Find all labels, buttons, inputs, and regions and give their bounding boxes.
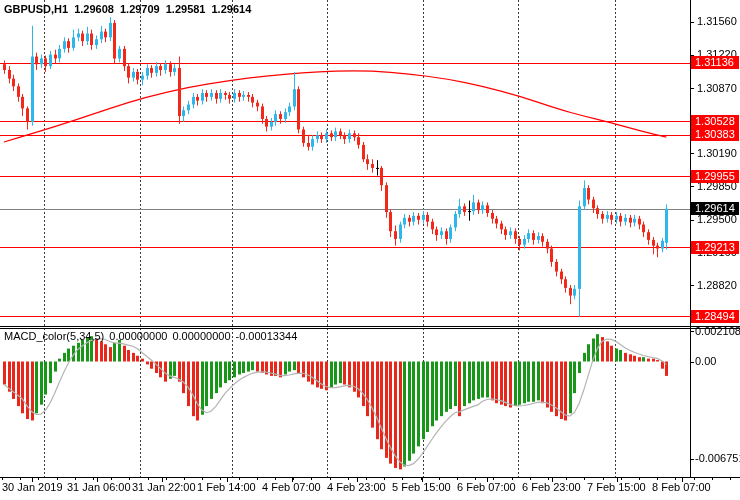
time-axis-label: 7 Feb 15:00: [587, 481, 646, 493]
indicator-title: MACD_color(5,34,5)0.000000000.00000000-0…: [4, 330, 302, 342]
time-axis-label: 8 Feb 07:00: [652, 481, 711, 493]
open-value: 1.29608: [74, 3, 114, 15]
price-level-badge[interactable]: 1.30383: [691, 128, 739, 141]
indicator-name-label: MACD_color(5,34,5): [4, 330, 104, 342]
chart-canvas[interactable]: [0, 0, 740, 500]
price-axis-tick: 1.31560: [697, 15, 737, 28]
low-value: 1.29581: [166, 3, 206, 15]
time-axis-label: 4 Feb 07:00: [262, 481, 321, 493]
time-axis-label: 6 Feb 23:00: [522, 481, 581, 493]
time-axis-label: 30 Jan 2019: [2, 481, 63, 493]
time-axis-label: 31 Jan 06:00: [67, 481, 131, 493]
symbol-period-label: GBPUSD,H1: [4, 3, 68, 15]
price-axis-tick: 1.28820: [697, 279, 737, 292]
price-axis-tick: 1.30870: [697, 82, 737, 95]
close-value: 1.29614: [211, 3, 251, 15]
mt4-chart-window: { "header": { "symbol_period": "GBPUSD,H…: [0, 0, 740, 500]
high-value: 1.29709: [120, 3, 160, 15]
indicator-axis-tick: 0.0021086: [695, 325, 740, 338]
chart-title: GBPUSD,H11.296081.297091.295811.29614: [4, 3, 257, 15]
time-axis-label: 6 Feb 07:00: [457, 481, 516, 493]
indicator-axis-tick: 0.00: [695, 355, 716, 368]
time-axis-label: 1 Feb 14:00: [197, 481, 256, 493]
time-axis-label: 31 Jan 22:00: [132, 481, 196, 493]
time-axis-label: 4 Feb 23:00: [327, 481, 386, 493]
price-level-badge[interactable]: 1.28494: [691, 310, 739, 323]
indicator-value-2: 0.00000000: [172, 330, 230, 342]
indicator-axis-tick: -0.0067511: [695, 452, 740, 465]
price-level-badge[interactable]: 1.30528: [691, 115, 739, 128]
indicator-value-3: -0.00013344: [236, 330, 298, 342]
time-axis-label: 5 Feb 15:00: [392, 481, 451, 493]
price-level-badge[interactable]: 1.31136: [691, 56, 739, 69]
price-level-badge[interactable]: 1.29213: [691, 241, 739, 254]
price-axis-tick: 1.30190: [697, 147, 737, 160]
current-price-badge: 1.29614: [691, 202, 739, 215]
price-level-badge[interactable]: 1.29955: [691, 170, 739, 183]
indicator-value-1: 0.00000000: [109, 330, 167, 342]
